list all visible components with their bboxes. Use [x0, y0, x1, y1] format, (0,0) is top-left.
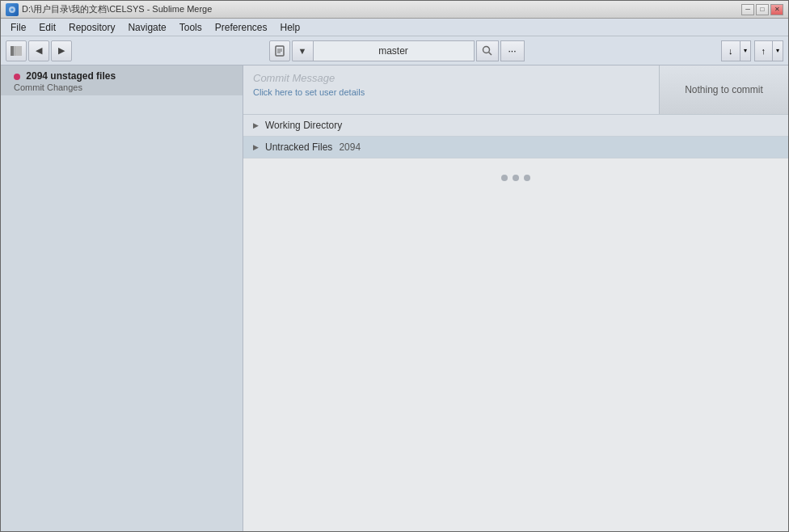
menu-tools[interactable]: Tools: [173, 20, 209, 35]
menu-edit[interactable]: Edit: [32, 20, 62, 35]
pull-dropdown-arrow[interactable]: ▾: [740, 41, 750, 61]
branch-input[interactable]: [313, 40, 475, 61]
working-directory-section[interactable]: ▶ Working Directory: [243, 115, 788, 137]
svg-point-8: [483, 47, 490, 53]
pull-button[interactable]: ↓ ▾: [721, 40, 751, 61]
unstaged-indicator: [14, 74, 20, 80]
svg-line-9: [489, 53, 492, 56]
menu-help[interactable]: Help: [273, 20, 306, 35]
commit-message-placeholder[interactable]: Commit Message: [253, 72, 649, 84]
right-panel: Commit Message Click here to set user de…: [243, 65, 788, 531]
window-controls: ─ □ ✕: [741, 4, 783, 15]
svg-rect-2: [15, 46, 22, 56]
file-list-area: ▶ Working Directory ▶ Untracked Files 20…: [243, 115, 788, 531]
loading-dot-2: [513, 175, 519, 181]
search-button[interactable]: [476, 40, 499, 61]
menu-preferences[interactable]: Preferences: [209, 20, 274, 35]
checkout-button[interactable]: [269, 40, 290, 61]
svg-rect-1: [11, 46, 14, 56]
branch-area: ▼ ···: [292, 40, 525, 61]
working-directory-label: Working Directory: [265, 120, 342, 131]
main-content: 2094 unstaged files Commit Changes Commi…: [1, 65, 788, 531]
window-title: D:\用户目录\我的文档\CELSYS - Sublime Merge: [22, 3, 212, 15]
title-bar: D:\用户目录\我的文档\CELSYS - Sublime Merge ─ □ …: [1, 1, 788, 19]
sidebar-item-unstaged[interactable]: 2094 unstaged files Commit Changes: [1, 65, 243, 95]
app-icon: [6, 3, 19, 16]
untracked-files-chevron: ▶: [253, 143, 259, 151]
loading-indicator: [243, 158, 788, 197]
minimize-button[interactable]: ─: [741, 4, 754, 15]
commit-message-area: Commit Message Click here to set user de…: [243, 65, 659, 114]
push-button[interactable]: ↑ ▾: [754, 40, 784, 61]
untracked-files-count: 2094: [339, 141, 361, 153]
close-button[interactable]: ✕: [770, 4, 783, 15]
more-options-button[interactable]: ···: [500, 40, 525, 61]
menu-repository[interactable]: Repository: [62, 20, 121, 35]
commit-area: Commit Message Click here to set user de…: [243, 65, 788, 115]
sidebar-item-title-row: 2094 unstaged files: [14, 70, 233, 82]
loading-dot-3: [524, 175, 530, 181]
user-details-link[interactable]: Click here to set user details: [253, 87, 649, 97]
sidebar-item-title: 2094 unstaged files: [26, 70, 116, 82]
working-directory-chevron: ▶: [253, 121, 259, 129]
loading-dot-1: [501, 175, 508, 181]
sidebar-toggle-button[interactable]: [6, 40, 27, 61]
push-dropdown-arrow[interactable]: ▾: [773, 41, 783, 61]
push-label: ↑: [755, 41, 774, 61]
pull-label: ↓: [722, 41, 740, 61]
forward-button[interactable]: ▶: [51, 40, 72, 61]
back-button[interactable]: ◀: [28, 40, 49, 61]
main-window: D:\用户目录\我的文档\CELSYS - Sublime Merge ─ □ …: [0, 0, 789, 532]
toolbar: ◀ ▶ ▼ ··· ↓ ▾: [1, 36, 788, 65]
branch-dropdown-button[interactable]: ▼: [292, 40, 313, 61]
menu-file[interactable]: File: [4, 20, 32, 35]
title-bar-left: D:\用户目录\我的文档\CELSYS - Sublime Merge: [6, 3, 212, 16]
sidebar: 2094 unstaged files Commit Changes: [1, 65, 243, 531]
untracked-files-label: Untracked Files: [265, 141, 332, 153]
untracked-files-section[interactable]: ▶ Untracked Files 2094: [243, 137, 788, 158]
maximize-button[interactable]: □: [756, 4, 769, 15]
sidebar-item-subtitle: Commit Changes: [14, 82, 233, 92]
commit-button[interactable]: Nothing to commit: [659, 65, 788, 114]
menu-navigate[interactable]: Navigate: [121, 20, 172, 35]
menu-bar: File Edit Repository Navigate Tools Pref…: [1, 19, 788, 36]
